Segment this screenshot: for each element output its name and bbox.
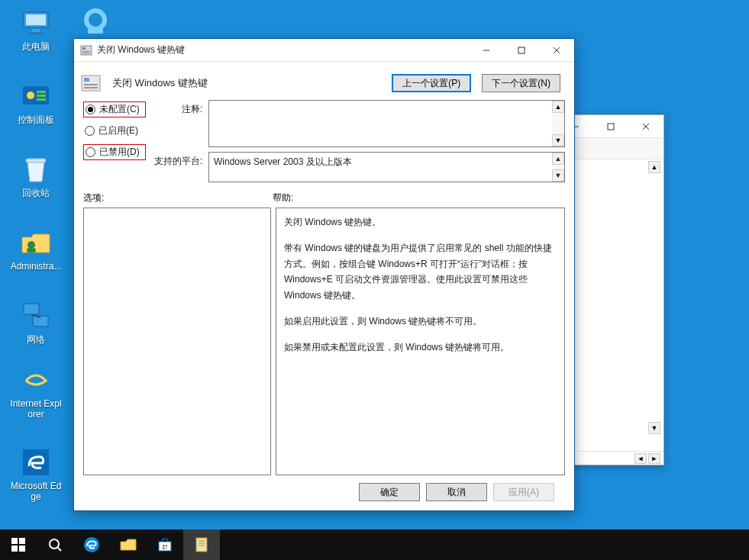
help-paragraph: 如果禁用或未配置此设置，则 Windows 键热键将可用。 [284,340,557,355]
radio-not-configured[interactable]: 未配置(C) [83,101,146,117]
edge-icon [21,447,51,478]
folder-admin-icon [21,227,51,258]
svg-point-4 [86,11,105,29]
svg-rect-42 [159,542,171,551]
options-panel[interactable] [83,208,271,475]
section-labels: 选项: 帮助: [83,191,565,204]
ie-icon [21,365,51,395]
svg-rect-8 [37,91,46,93]
svg-point-7 [27,92,34,99]
radio-label: 未配置(C) [99,103,140,116]
comment-scrollbar[interactable]: ▲ ▼ [552,101,564,146]
window-minimize-button[interactable] [469,39,504,62]
svg-rect-45 [163,548,165,550]
svg-line-40 [58,548,61,551]
desktop-icon-ie[interactable]: Internet Explorer [9,365,63,420]
control-panel-icon [21,81,51,111]
scroll-right-icon[interactable]: ► [648,453,660,464]
bgw-close-button[interactable] [628,115,663,138]
window-close-button[interactable] [539,39,574,62]
comment-label: 注释: [153,100,202,116]
options-label: 选项: [83,191,273,204]
scroll-left-icon[interactable]: ◄ [634,453,647,464]
platform-label: 支持的平台: [153,152,202,168]
svg-rect-46 [166,548,168,550]
svg-rect-3 [29,32,43,34]
desktop-icon-this-pc[interactable]: 此电脑 [9,8,63,52]
radio-label: 已启用(E) [98,124,138,137]
help-panel[interactable]: 关闭 Windows 键热键。 带有 Windows 键的键盘为用户提供了启用常… [276,208,565,475]
radio-label: 已禁用(D) [99,146,140,159]
next-setting-button[interactable]: 下一个设置(N) [482,74,560,92]
start-button[interactable] [0,529,37,560]
scroll-up-icon[interactable]: ▲ [648,161,660,173]
taskbar-edge[interactable] [73,529,110,560]
policy-dialog: 关闭 Windows 键热键 关闭 Windows 键热键 上一个设置(P) 下… [73,38,575,511]
svg-point-39 [50,539,59,549]
taskbar-search-button[interactable] [37,529,73,560]
comment-textarea[interactable]: ▲ ▼ [208,100,565,147]
svg-rect-10 [37,98,46,101]
policy-icon [80,72,102,94]
network-icon [21,301,51,331]
svg-rect-13 [27,248,36,253]
taskbar-store[interactable] [147,529,183,560]
desktop-icon-label: 回收站 [22,188,50,198]
dialog-title-text: 关闭 Windows 键热键 [97,43,469,56]
supported-platform-box: Windows Server 2003 及以上版本 ▲ ▼ [208,152,565,182]
desktop-icon-label: Microsoft Edge [9,481,63,503]
window-maximize-button[interactable] [504,39,539,62]
desktop-icon-label: 此电脑 [22,41,50,52]
radio-icon [86,105,95,114]
svg-rect-38 [19,546,25,552]
comment-platform-column: 注释: ▲ ▼ 支持的平台: Windows Server 2003 [153,100,565,182]
previous-setting-button[interactable]: 上一个设置(P) [392,74,471,92]
config-top-row: 未配置(C) 已启用(E) 已禁用(D) 注释: [83,100,565,182]
radio-enabled[interactable]: 已启用(E) [83,124,146,138]
taskbar-file-explorer[interactable] [110,529,147,560]
dialog-body: 未配置(C) 已启用(E) 已禁用(D) 注释: [74,94,574,510]
desktop-icon-label: 网络 [27,334,45,345]
svg-rect-34 [84,87,98,89]
scroll-track[interactable] [552,113,564,134]
dialog-header: 关闭 Windows 键热键 上一个设置(P) 下一个设置(N) [74,62,574,94]
radio-icon [85,126,95,136]
scroll-up-icon[interactable]: ▲ [552,153,564,165]
desktop-icon-app[interactable] [69,8,122,41]
svg-rect-37 [11,546,18,552]
bgw-vertical-scrollbar[interactable]: ▲ ▼ [648,161,660,434]
svg-rect-9 [37,95,46,97]
scroll-down-icon[interactable]: ▼ [648,422,660,434]
svg-rect-14 [24,304,39,314]
svg-rect-23 [81,46,92,55]
scroll-down-icon[interactable]: ▼ [552,134,564,146]
scroll-down-icon[interactable]: ▼ [552,169,564,182]
dialog-title-icon [80,44,92,56]
cancel-button[interactable]: 取消 [426,483,487,501]
svg-rect-15 [33,316,48,327]
desktop-icon-network[interactable]: 网络 [9,301,63,345]
desktop-icon-label: Internet Explorer [9,398,63,420]
svg-rect-28 [518,47,525,53]
radio-disabled[interactable]: 已禁用(D) [83,144,146,160]
platform-text: Windows Server 2003 及以上版本 [214,156,352,167]
ok-button[interactable]: 确定 [359,483,420,501]
desktop-icon-recycle-bin[interactable]: 回收站 [9,154,63,198]
help-paragraph: 如果启用此设置，则 Windows 键热键将不可用。 [284,314,557,329]
platform-scrollbar[interactable]: ▲ ▼ [552,153,564,182]
scroll-up-icon[interactable]: ▲ [552,101,564,113]
dialog-titlebar[interactable]: 关闭 Windows 键热键 [74,39,574,62]
svg-rect-24 [82,47,86,50]
bgw-maximize-button[interactable] [593,115,628,138]
desktop-icon-edge[interactable]: Microsoft Edge [9,447,63,503]
taskbar-running-app[interactable] [183,529,220,560]
svg-rect-11 [26,159,46,163]
svg-rect-36 [19,538,25,544]
apply-button: 应用(A) [493,483,554,501]
desktop-icon-control-panel[interactable]: 控制面板 [9,81,63,125]
svg-rect-47 [196,538,207,552]
svg-rect-20 [608,124,614,130]
svg-rect-43 [163,545,165,547]
dialog-footer: 确定 取消 应用(A) [83,475,565,510]
desktop-icon-administrator[interactable]: Administra... [9,227,63,272]
